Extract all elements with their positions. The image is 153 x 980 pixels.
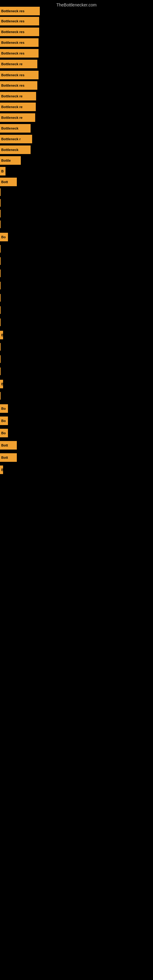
bar-item: B <box>0 466 3 474</box>
bar-item: Bottleneck <box>0 124 30 133</box>
bar-item: Bottleneck res <box>0 7 40 15</box>
bar-item: B <box>0 167 5 175</box>
bar-item: Bottleneck <box>0 145 30 154</box>
bar-label: Bottleneck r <box>1 137 21 141</box>
bar-item <box>0 199 1 207</box>
bar-item <box>0 355 1 363</box>
bar-item: Bottleneck re <box>0 92 36 100</box>
bar-item <box>0 343 1 351</box>
bar-label: Bottleneck re <box>1 105 22 109</box>
bar-label: Bottleneck res <box>1 84 24 87</box>
bar-item <box>0 318 1 326</box>
bar-item: Bottle <box>0 156 21 165</box>
bar-item: Bottleneck res <box>0 81 37 90</box>
bar-label: Bottleneck re <box>1 94 22 98</box>
bar-item <box>0 392 1 400</box>
bar-item <box>0 306 1 314</box>
bar-item: Bottleneck res <box>0 27 39 36</box>
bar-item <box>0 282 1 290</box>
bar-label: Bo <box>1 419 6 423</box>
bar-label: Bottleneck res <box>1 41 24 45</box>
bar-label: Bottleneck <box>1 126 18 130</box>
bar-label: Bo <box>1 407 6 410</box>
bar-label: B <box>1 382 3 386</box>
bar-item: Bottleneck r <box>0 135 32 143</box>
bar-item: Bott <box>0 453 17 462</box>
bar-item: Bo <box>0 233 8 241</box>
bar-item: Bott <box>0 441 17 450</box>
bar-item: Bottleneck re <box>0 60 37 68</box>
bar-label: Bottleneck res <box>1 19 24 23</box>
bar-label: Bottleneck res <box>1 51 24 55</box>
bar-item: Bo <box>0 404 8 413</box>
bar-label: Bott <box>1 456 8 460</box>
bar-item: B <box>0 380 3 388</box>
bar-label: B <box>1 333 3 337</box>
bar-label: B <box>1 169 4 173</box>
bar-label: Bottleneck res <box>1 73 24 77</box>
bar-item: Bottleneck res <box>0 71 38 79</box>
bar-item: Bo <box>0 429 8 438</box>
bar-label: B <box>1 468 3 472</box>
bar-item <box>0 188 1 196</box>
bar-item: Bott <box>0 178 17 186</box>
bar-label: Bottleneck re <box>1 116 22 119</box>
bar-item: B <box>0 331 3 339</box>
bar-label: Bo <box>1 235 6 239</box>
bar-item <box>0 269 1 277</box>
bar-item <box>0 294 1 302</box>
bar-item: Bottleneck re <box>0 113 35 122</box>
bar-item <box>0 210 1 218</box>
bar-label: Bottleneck re <box>1 62 22 66</box>
bar-item: Bottleneck re <box>0 103 36 111</box>
bar-item <box>0 257 1 265</box>
bar-label: Bottleneck res <box>1 9 24 13</box>
bar-label: Bott <box>1 180 8 184</box>
bar-label: Bottle <box>1 159 11 162</box>
bar-label: Bott <box>1 444 8 447</box>
bar-item: Bo <box>0 417 8 425</box>
bar-item <box>0 245 1 253</box>
bar-item: Bottleneck res <box>0 17 39 25</box>
bar-item <box>0 221 1 228</box>
bar-item: Bottleneck res <box>0 38 38 47</box>
bar-label: Bo <box>1 431 6 435</box>
bar-label: Bottleneck res <box>1 30 24 34</box>
bar-item: Bottleneck res <box>0 49 38 57</box>
bar-label: Bottleneck <box>1 148 18 151</box>
bar-item <box>0 368 1 375</box>
